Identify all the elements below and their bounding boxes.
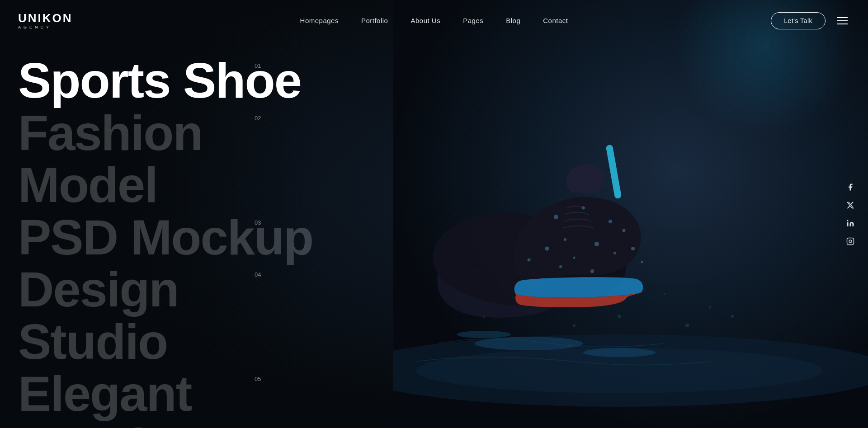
lets-talk-button[interactable]: Let's Talk [771,12,826,29]
twitter-x-icon[interactable] [846,201,854,209]
navbar: UNIKON AGENCY Homepages Portfolio About … [0,0,868,42]
slide-item-2[interactable]: 02 Fashion Model [18,107,335,211]
svg-point-19 [623,229,626,232]
nav-item-portfolio[interactable]: Portfolio [361,17,388,25]
nav-link-about[interactable]: About Us [410,17,440,24]
hamburger-menu[interactable] [835,15,850,27]
nav-item-contact[interactable]: Contact [543,17,568,25]
svg-point-11 [685,324,689,327]
slide-item-1[interactable]: 01 Sports Shoe [18,54,335,107]
nav-item-pages[interactable]: Pages [463,17,483,25]
svg-point-10 [664,293,665,295]
svg-point-20 [545,247,549,251]
slide-list: 01 Sports Shoe 02 Fashion Model 03 PSD M… [18,54,335,428]
hero-content: 01 Sports Shoe 02 Fashion Model 03 PSD M… [18,54,335,428]
nav-item-about[interactable]: About Us [410,17,440,25]
svg-point-33 [847,220,849,221]
nav-right: Let's Talk [771,12,850,29]
nav-link-contact[interactable]: Contact [543,17,568,24]
slide-title-2: Fashion Model [18,107,335,211]
slide-title-5: Elegant Watch [18,367,335,428]
slide-item-3[interactable]: 03 PSD Mockup [18,211,335,263]
svg-point-22 [573,257,576,259]
svg-point-23 [631,247,635,250]
hamburger-line-3 [837,24,848,24]
nav-link-blog[interactable]: Blog [506,17,520,24]
logo-tagline: AGENCY [18,25,73,29]
svg-point-18 [594,242,599,246]
slide-title-3: PSD Mockup [18,211,313,263]
nav-item-homepages[interactable]: Homepages [300,17,339,25]
svg-point-21 [613,252,616,254]
svg-point-14 [554,215,558,219]
hamburger-line-2 [837,20,848,21]
nav-item-blog[interactable]: Blog [506,17,520,25]
social-sidebar [846,183,854,245]
svg-point-25 [590,269,594,273]
svg-point-27 [641,261,643,263]
svg-point-31 [583,348,656,357]
slide-number-1: 01 [255,62,266,69]
slide-title-4: Design Studio [18,263,335,367]
svg-point-17 [564,238,566,241]
instagram-icon[interactable] [846,237,854,245]
nav-links: Homepages Portfolio About Us Pages Blog … [300,17,568,25]
logo-name: UNIKON [18,12,73,24]
svg-point-16 [609,220,612,223]
svg-point-12 [709,306,711,309]
svg-point-24 [559,265,562,268]
hamburger-line-1 [837,17,848,18]
nav-link-homepages[interactable]: Homepages [300,17,339,24]
nav-link-portfolio[interactable]: Portfolio [361,17,388,24]
slide-item-5[interactable]: 05 Elegant Watch [18,367,335,428]
nav-link-pages[interactable]: Pages [463,17,483,24]
svg-rect-34 [847,238,854,245]
svg-point-9 [618,315,621,318]
hero-image [393,0,868,428]
logo[interactable]: UNIKON AGENCY [18,12,73,29]
svg-point-13 [731,315,734,318]
svg-point-15 [582,207,585,210]
svg-point-26 [528,259,531,262]
linkedin-icon[interactable] [846,219,854,227]
facebook-icon[interactable] [846,183,854,191]
slide-item-4[interactable]: 04 Design Studio [18,263,335,367]
svg-point-32 [457,331,511,338]
svg-point-7 [573,324,576,327]
